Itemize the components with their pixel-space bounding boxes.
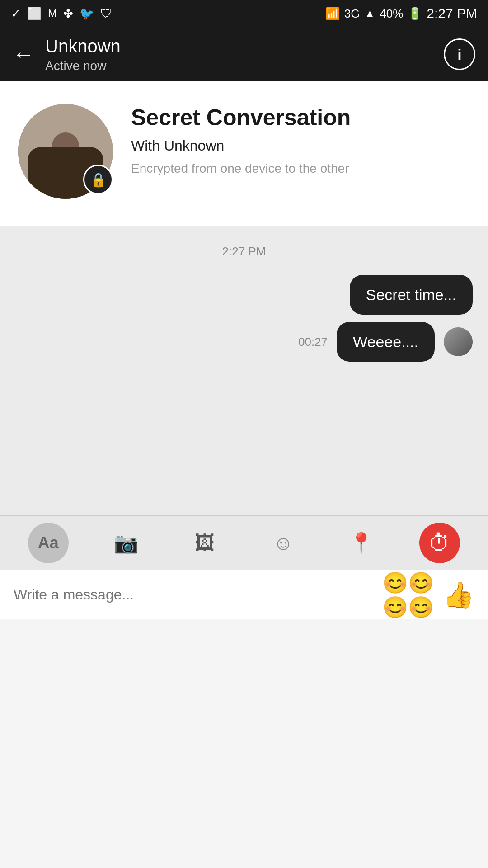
message-input-bar: 😊😊😊😊 👍 <box>0 570 488 619</box>
timer-button[interactable]: ⏱ <box>419 523 460 563</box>
message-row-1: Secret time... <box>11 275 477 315</box>
secret-description: Encrypted from one device to the other <box>131 160 470 177</box>
location-button[interactable]: 📍 <box>341 523 382 563</box>
keyboard-button[interactable]: Aa <box>28 523 69 563</box>
shield-icon: 🛡 <box>100 7 112 21</box>
lock-icon: 🔒 <box>90 172 107 188</box>
secret-conversation-banner: 🔒 Secret Conversation With Unknown Encry… <box>0 81 488 226</box>
contact-name: Unknown <box>45 35 444 57</box>
signal-icon: ▲ <box>364 7 375 20</box>
image-button[interactable]: 🖼 <box>184 523 225 563</box>
messages-section: 2:27 PM Secret time... 00:27 Weeee.... <box>0 226 488 515</box>
chat-toolbar: ← Unknown Active now i <box>0 27 488 81</box>
message-bubble-2[interactable]: Weeee.... <box>337 322 435 362</box>
camera-icon: 📷 <box>114 531 139 555</box>
message-bubble-1[interactable]: Secret time... <box>350 275 473 315</box>
status-icons-left: ✓ ⬜ M ✤ 🐦 🛡 <box>11 7 112 21</box>
wifi-icon: 📶 <box>325 7 340 21</box>
back-button[interactable]: ← <box>13 43 34 65</box>
secret-conversation-text: Secret Conversation With Unknown Encrypt… <box>131 104 470 177</box>
message-sender-avatar <box>444 327 473 356</box>
music-icon: ✤ <box>63 7 73 21</box>
contact-status: Active now <box>45 59 444 73</box>
status-bar: ✓ ⬜ M ✤ 🐦 🛡 📶 3G ▲ 40% 🔋 2:27 PM <box>0 0 488 27</box>
check-icon: ✓ <box>11 7 21 21</box>
emoji-button[interactable]: ☺ <box>263 523 304 563</box>
message-timer: 00:27 <box>298 335 328 349</box>
emoji-grid-button[interactable]: 😊😊😊😊 <box>382 571 434 619</box>
battery-icon: 🔋 <box>408 7 422 21</box>
timer-icon: ⏱ <box>428 530 451 556</box>
battery-label: 40% <box>380 7 403 21</box>
info-button[interactable]: i <box>444 38 475 70</box>
chat-area: 🔒 Secret Conversation With Unknown Encry… <box>0 81 488 515</box>
message-row-2: 00:27 Weeee.... <box>11 322 477 362</box>
emoji-icon: ☺ <box>273 532 293 554</box>
avatar-inner <box>444 327 473 356</box>
gmail-icon: M <box>48 7 57 20</box>
keyboard-label: Aa <box>38 533 59 552</box>
lock-badge: 🔒 <box>83 165 113 194</box>
thumbs-up-button[interactable]: 👍 <box>443 580 474 610</box>
contact-avatar-container: 🔒 <box>18 104 113 199</box>
message-input[interactable] <box>14 586 373 603</box>
secret-title: Secret Conversation <box>131 104 470 131</box>
messages-container: Secret time... 00:27 Weeee.... <box>11 275 477 362</box>
screenshot-icon: ⬜ <box>27 7 42 21</box>
input-toolbar: Aa 📷 🖼 ☺ 📍 ⏱ <box>0 515 488 570</box>
secret-with: With Unknown <box>131 137 470 154</box>
network-label: 3G <box>344 7 360 21</box>
status-info-right: 📶 3G ▲ 40% 🔋 2:27 PM <box>325 6 477 21</box>
camera-button[interactable]: 📷 <box>106 523 147 563</box>
image-icon: 🖼 <box>195 532 215 554</box>
message-timestamp: 2:27 PM <box>11 245 477 259</box>
location-icon: 📍 <box>349 531 374 555</box>
toolbar-contact-info: Unknown Active now <box>45 35 444 73</box>
time-label: 2:27 PM <box>427 6 477 21</box>
twitter-icon: 🐦 <box>80 7 94 21</box>
